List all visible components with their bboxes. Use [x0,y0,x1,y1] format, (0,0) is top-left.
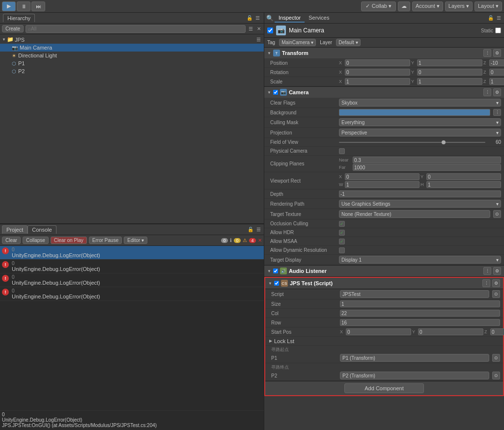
inspector-lock-icon[interactable]: 🔓 [487,15,495,21]
clear-flags-dropdown[interactable]: Skybox ▾ [339,99,501,107]
vp-y-input[interactable] [426,173,501,180]
depth-input[interactable] [339,190,501,197]
target-texture-btn[interactable]: ⊙ [493,210,501,218]
fov-slider[interactable] [339,142,485,143]
hierarchy-menu-icon[interactable]: ☰ [248,26,254,32]
scale-z-input[interactable] [489,78,504,85]
script-dropdown[interactable]: JPSTest [340,290,489,298]
error-pause-button[interactable]: Error Pause [89,237,122,244]
step-button[interactable]: ⏭ [31,1,45,11]
cloud-button[interactable]: ☁ [398,1,410,11]
jps-group[interactable]: ▼ 📁 JPS ☰ [0,35,264,44]
p2-dropdown[interactable]: P2 (Transform) [340,372,489,379]
near-input[interactable] [353,157,501,163]
col-input[interactable] [340,310,500,317]
rendering-dropdown[interactable]: Use Graphics Settings ▾ [339,200,501,208]
pos-x-input[interactable] [345,59,410,66]
console-entry-3[interactable]: ! 0 UnityEngine.Debug.LogError(Object) [0,287,264,301]
console-settings-icon[interactable]: ☰ [255,226,262,233]
size-input[interactable] [340,300,500,307]
rot-z-input[interactable] [489,69,504,76]
pos-y-input[interactable] [417,59,482,66]
collapse-button[interactable]: Collapse [23,237,49,244]
camera-context-btn[interactable]: ⋮ [483,88,491,96]
tag-dropdown[interactable]: MainCamera ▾ [279,39,316,46]
camera-enabled-checkbox[interactable] [273,90,278,95]
add-component-inner[interactable]: Add Component [344,383,424,393]
pause-button[interactable]: ⏸ [17,1,30,11]
camera-header[interactable]: ▼ 📷 Camera ⋮ ⚙ [264,87,504,98]
console-entry-2[interactable]: ! 0 UnityEngine.Debug.LogError(Object) [0,273,264,287]
hierarchy-search[interactable] [26,25,246,33]
jps-context-btn[interactable]: ⋮ [482,279,490,287]
transform-context-btn[interactable]: ⋮ [483,49,491,57]
play-button[interactable]: ▶ [2,1,16,11]
create-button[interactable]: Create [2,25,24,32]
clear-button[interactable]: Clear [2,237,21,244]
target-display-dropdown[interactable]: Display 1 ▾ [339,256,501,264]
hierarchy-lock-icon[interactable]: 🔓 [246,15,253,21]
transform-gear-btn[interactable]: ⚙ [493,49,501,57]
pos-z-input[interactable] [489,59,504,66]
background-color-field[interactable] [339,109,490,116]
camera-gear-btn[interactable]: ⚙ [493,88,501,96]
hierarchy-close-icon[interactable]: ✕ [256,26,262,32]
collab-button[interactable]: ✓ Collab ▾ [361,1,396,11]
allow-msaa-checkbox[interactable]: ✓ [339,239,345,244]
jps-settings-icon[interactable]: ☰ [255,36,262,43]
audio-enabled-checkbox[interactable] [273,269,278,273]
inspector-settings-icon[interactable]: ☰ [496,15,502,21]
console-entry-1[interactable]: ! 0 UnityEngine.Debug.LogError(Object) [0,260,264,273]
audio-gear-btn[interactable]: ⚙ [493,267,501,275]
static-checkbox[interactable] [495,27,501,33]
transform-header[interactable]: ▼ T Transform ⋮ ⚙ [264,48,504,58]
vp-h-input[interactable] [426,181,501,188]
layer-dropdown[interactable]: Default ▾ [336,39,360,46]
jps-enabled-checkbox[interactable] [274,281,279,286]
physical-checkbox[interactable] [339,148,345,154]
hierarchy-settings-icon[interactable]: ☰ [254,15,261,21]
vp-x-input[interactable] [345,173,420,180]
audio-context-btn[interactable]: ⋮ [483,267,491,275]
clear-on-play-button[interactable]: Clear on Play [51,237,87,244]
directional-light-item[interactable]: ☀ Directional Light [0,52,264,59]
allow-hdr-checkbox[interactable]: ✓ [339,230,345,236]
start-x-input[interactable] [346,328,411,335]
project-tab[interactable]: Project [2,225,28,234]
console-tab[interactable]: Console [28,225,56,234]
object-active-checkbox[interactable] [267,27,273,33]
layout-dropdown[interactable]: Layout ▾ [475,1,502,11]
rot-x-input[interactable] [345,69,410,76]
target-texture-dropdown[interactable]: None (Render Texture) [339,210,490,218]
p2-item[interactable]: ⬡ P2 [0,67,264,75]
p1-item[interactable]: ⬡ P1 [0,59,264,67]
hierarchy-tab[interactable]: Hierarchy [3,14,35,22]
p1-dropdown[interactable]: P1 (Transform) [340,354,489,362]
occlusion-checkbox[interactable]: ✓ [339,221,345,227]
jps-gear-btn[interactable]: ⚙ [492,279,500,287]
start-z-input[interactable] [490,328,504,335]
p1-select-btn[interactable]: ⊙ [492,354,500,362]
scale-x-input[interactable] [345,78,410,85]
allow-dynamic-checkbox[interactable] [339,247,345,253]
account-dropdown[interactable]: Account ▾ [412,1,443,11]
rot-y-input[interactable] [417,69,482,76]
vp-w-input[interactable] [345,181,420,188]
layers-dropdown[interactable]: Layers ▾ [445,1,473,11]
projection-dropdown[interactable]: Perspective ▾ [339,129,501,136]
audio-header[interactable]: ▼ 🔊 Audio Listener ⋮ ⚙ [264,266,504,276]
far-input[interactable] [353,164,501,171]
console-lock-icon[interactable]: 🔓 [247,226,254,233]
culling-mask-dropdown[interactable]: Everything ▾ [339,118,501,126]
main-camera-item[interactable]: 📷 Main Camera [0,44,264,52]
add-component-button[interactable]: Add Component [265,381,503,395]
lock-lst-row[interactable]: ▶ Lock Lst [265,337,503,346]
background-color-btn[interactable]: ⋮ [493,109,501,116]
jps-script-header[interactable]: ▼ CS JPS Test (Script) ⋮ ⚙ [265,278,503,289]
script-select-btn[interactable]: ⊙ [492,290,500,298]
p2-select-btn[interactable]: ⊙ [492,372,500,379]
console-entry-0[interactable]: ! 0 UnityEngine.Debug.LogError(Object) [0,246,264,260]
start-y-input[interactable] [418,328,483,335]
row-input[interactable] [340,319,500,326]
inspector-tab[interactable]: Inspector [275,14,305,23]
